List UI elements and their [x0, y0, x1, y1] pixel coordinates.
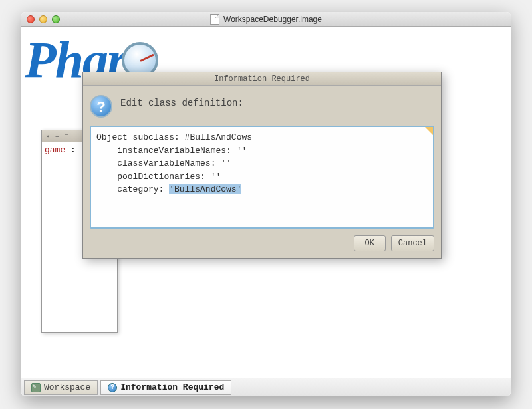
- dialog-body: ? Edit class definition: Object subclass…: [83, 86, 441, 258]
- dialog-title: Information Required: [83, 72, 441, 86]
- info-dialog: Information Required ? Edit class defini…: [82, 72, 442, 259]
- info-icon: ?: [108, 383, 117, 392]
- dialog-prompt: Edit class definition:: [120, 95, 243, 108]
- taskbar-info[interactable]: ? Information Required: [100, 380, 231, 395]
- minimize-button[interactable]: [39, 15, 47, 23]
- code-selection: 'BullsAndCows': [169, 184, 241, 194]
- traffic-lights: [27, 15, 60, 23]
- code-line: instanceVariableNames: '': [96, 146, 247, 156]
- close-button[interactable]: [27, 15, 35, 23]
- taskbar-label: Workspace: [44, 382, 90, 392]
- cancel-button[interactable]: Cancel: [391, 235, 434, 251]
- minimize-icon[interactable]: –: [54, 133, 61, 140]
- ok-button[interactable]: OK: [354, 235, 386, 251]
- code-editor[interactable]: Object subclass: #BullsAndCows instanceV…: [90, 126, 434, 229]
- code-line: category:: [96, 184, 169, 194]
- earmark-icon: [425, 127, 433, 135]
- dialog-header: ? Edit class definition:: [90, 92, 434, 126]
- content-area: Phar × – □ game : Information Required ?…: [21, 27, 511, 396]
- window-title: WorkspaceDebugger.image: [223, 15, 322, 24]
- maximize-icon[interactable]: □: [63, 133, 70, 140]
- file-icon: [210, 14, 219, 25]
- code-line: poolDictionaries: '': [96, 172, 221, 182]
- taskbar-workspace[interactable]: Workspace: [24, 380, 98, 395]
- titlebar-title: WorkspaceDebugger.image: [210, 14, 322, 25]
- maximize-button[interactable]: [52, 15, 60, 23]
- workspace-icon: [31, 383, 41, 392]
- app-window: WorkspaceDebugger.image Phar × – □ game …: [21, 12, 511, 396]
- close-icon[interactable]: ×: [45, 133, 51, 140]
- workspace-text: game: [45, 145, 65, 155]
- dialog-buttons: OK Cancel: [90, 229, 434, 251]
- code-line: classVariableNames: '': [96, 158, 231, 168]
- taskbar: Workspace ? Information Required: [21, 378, 511, 396]
- taskbar-label: Information Required: [120, 382, 224, 392]
- question-icon: ?: [90, 95, 112, 118]
- code-line: Object subclass: #BullsAndCows: [96, 132, 252, 142]
- workspace-text-rest: :: [65, 145, 76, 155]
- titlebar[interactable]: WorkspaceDebugger.image: [21, 12, 511, 27]
